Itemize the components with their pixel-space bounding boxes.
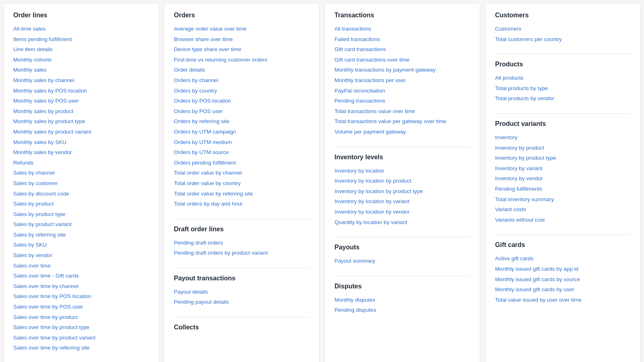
report-link[interactable]: Sales over time by referring site xyxy=(13,343,149,353)
report-link[interactable]: Customers xyxy=(495,24,631,34)
report-link[interactable]: Total orders by day and hour xyxy=(174,199,310,209)
report-link[interactable]: Total products by vendor xyxy=(495,93,631,104)
report-link[interactable]: Sales over time by product variant xyxy=(13,333,149,343)
report-link[interactable]: Total products by type xyxy=(495,83,631,94)
report-link[interactable]: Total transactions value per gateway ove… xyxy=(334,116,470,127)
report-link[interactable]: Items pending fulfillment xyxy=(13,34,149,45)
report-link[interactable]: Sales over time by product type xyxy=(13,322,149,333)
report-link[interactable]: Volume per payment gateway xyxy=(334,127,470,137)
report-link[interactable]: Pending draft orders by product variant xyxy=(174,248,310,258)
report-link[interactable]: Pending fulfillments xyxy=(495,184,631,194)
section-title: Transactions xyxy=(334,12,470,19)
report-link[interactable]: Sales over time by channel xyxy=(13,281,149,292)
report-link[interactable]: Line item details xyxy=(13,44,149,55)
report-link[interactable]: Active gift cards xyxy=(495,253,631,264)
report-link[interactable]: Sales by product variant xyxy=(13,219,149,230)
report-link[interactable]: Payout summary xyxy=(334,256,470,266)
section-collects: Collects xyxy=(174,324,310,331)
report-link[interactable]: Total order value by country xyxy=(174,178,310,189)
report-link[interactable]: Pending draft orders xyxy=(174,238,310,248)
report-link[interactable]: Pending payout details xyxy=(174,297,310,307)
report-link[interactable]: Inventory by product type xyxy=(495,153,631,163)
report-link[interactable]: Inventory by variant xyxy=(495,163,631,174)
report-link[interactable]: Orders by country xyxy=(174,86,310,96)
report-link[interactable]: Inventory by location by variant xyxy=(334,196,470,207)
report-link[interactable]: Monthly transactions by payment gateway xyxy=(334,65,470,75)
report-link[interactable]: Orders by UTM medium xyxy=(174,137,310,148)
report-link[interactable]: Variants without cost xyxy=(495,215,631,225)
report-link[interactable]: Sales over time by POS user xyxy=(13,302,149,312)
report-link[interactable]: First-time vs returning customer orders xyxy=(174,55,310,65)
column-customers-col: CustomersCustomersTotal customers per co… xyxy=(485,3,641,362)
report-link[interactable]: Quantity by location by variant xyxy=(334,217,470,228)
report-link[interactable]: Failed transactions xyxy=(334,34,470,45)
report-link[interactable]: Inventory by location xyxy=(334,166,470,176)
report-link[interactable]: Sales over time - Gift cards xyxy=(13,271,149,281)
report-link[interactable]: Sales by referring site xyxy=(13,230,149,240)
report-link[interactable]: Monthly sales by channel xyxy=(13,75,149,86)
report-link[interactable]: Inventory xyxy=(495,132,631,143)
report-link[interactable]: Sales over time by POS location xyxy=(13,291,149,302)
report-link[interactable]: Gift card transactions xyxy=(334,44,470,55)
report-link[interactable]: Monthly sales by POS location xyxy=(13,86,149,96)
report-link[interactable]: Average order value over time xyxy=(174,24,310,34)
section-title: Customers xyxy=(495,12,631,19)
report-link[interactable]: Inventory by location by product type xyxy=(334,186,470,197)
report-link[interactable]: Variant costs xyxy=(495,204,631,215)
report-link[interactable]: Gift card transactions over time xyxy=(334,55,470,65)
report-link[interactable]: Orders by channel xyxy=(174,75,310,86)
report-link[interactable]: Inventory by product xyxy=(495,143,631,153)
report-link[interactable]: Sales by channel xyxy=(13,168,149,178)
report-link[interactable]: Refunds xyxy=(13,158,149,168)
report-link[interactable]: Total transactions value over time xyxy=(334,106,470,117)
report-link[interactable]: All products xyxy=(495,73,631,83)
report-link[interactable]: Sales by discount code xyxy=(13,189,149,199)
report-link[interactable]: All-time sales xyxy=(13,24,149,34)
report-link[interactable]: Monthly issued gift cards by source xyxy=(495,274,631,285)
report-link[interactable]: Sales by customer xyxy=(13,178,149,189)
report-link[interactable]: Monthly sales by vendor xyxy=(13,147,149,158)
report-link[interactable]: Monthly sales by product variant xyxy=(13,127,149,137)
report-link[interactable]: Monthly transactions per user xyxy=(334,75,470,86)
report-link[interactable]: Total customers per country xyxy=(495,34,631,45)
report-link[interactable]: Monthly sales xyxy=(13,65,149,75)
report-link[interactable]: Sales by vendor xyxy=(13,250,149,261)
report-link[interactable]: Inventory by vendor xyxy=(495,173,631,184)
report-link[interactable]: Total order value by referring site xyxy=(174,189,310,199)
report-link[interactable]: Payout details xyxy=(174,287,310,297)
report-link[interactable]: Pending disputes xyxy=(334,305,470,315)
report-link[interactable]: Monthly sales by product xyxy=(13,106,149,117)
report-link[interactable]: Pending transactions xyxy=(334,96,470,106)
report-link[interactable]: Monthly sales by product type xyxy=(13,116,149,127)
report-link[interactable]: Monthly sales by SKU xyxy=(13,137,149,148)
page-container: Order linesAll-time salesItems pending f… xyxy=(0,0,644,362)
report-link[interactable]: Sales by SKU xyxy=(13,240,149,250)
section-draft-order-lines: Draft order linesPending draft ordersPen… xyxy=(174,226,310,258)
report-link[interactable]: Orders by POS user xyxy=(174,106,310,117)
report-link[interactable]: Orders by UTM campaign xyxy=(174,127,310,137)
report-link[interactable]: Monthly issued gift cards by user xyxy=(495,284,631,295)
report-link[interactable]: Orders by UTM source xyxy=(174,147,310,158)
report-link[interactable]: Total order value by channel xyxy=(174,168,310,178)
report-link[interactable]: Total value issued by user over time xyxy=(495,295,631,305)
report-link[interactable]: Sales by product xyxy=(13,199,149,209)
report-link[interactable]: Inventory by location by vendor xyxy=(334,207,470,217)
report-link[interactable]: All transactions xyxy=(334,24,470,34)
report-link[interactable]: Sales by product type xyxy=(13,209,149,220)
report-link[interactable]: Orders pending fulfillment xyxy=(174,158,310,168)
report-link[interactable]: Monthly cohorts xyxy=(13,55,149,65)
report-link[interactable]: Device type share over time xyxy=(174,44,310,55)
report-link[interactable]: Orders by referring site xyxy=(174,116,310,127)
report-link[interactable]: Orders by POS location xyxy=(174,96,310,106)
report-link[interactable]: Inventory by location by product xyxy=(334,176,470,186)
report-link[interactable]: Sales over time xyxy=(13,261,149,271)
report-link[interactable]: PayPal reconciliation xyxy=(334,86,470,96)
report-link[interactable]: Total inventory summary xyxy=(495,194,631,205)
report-link[interactable]: Order details xyxy=(174,65,310,75)
report-link[interactable]: Monthly disputes xyxy=(334,295,470,305)
report-link[interactable]: Sales over time by product xyxy=(13,312,149,323)
report-link[interactable]: Monthly issued gift cards by app id xyxy=(495,264,631,274)
report-link[interactable]: Monthly sales by POS user xyxy=(13,96,149,106)
report-link[interactable]: Browser share over time xyxy=(174,34,310,45)
section-title: Payouts xyxy=(334,244,470,251)
